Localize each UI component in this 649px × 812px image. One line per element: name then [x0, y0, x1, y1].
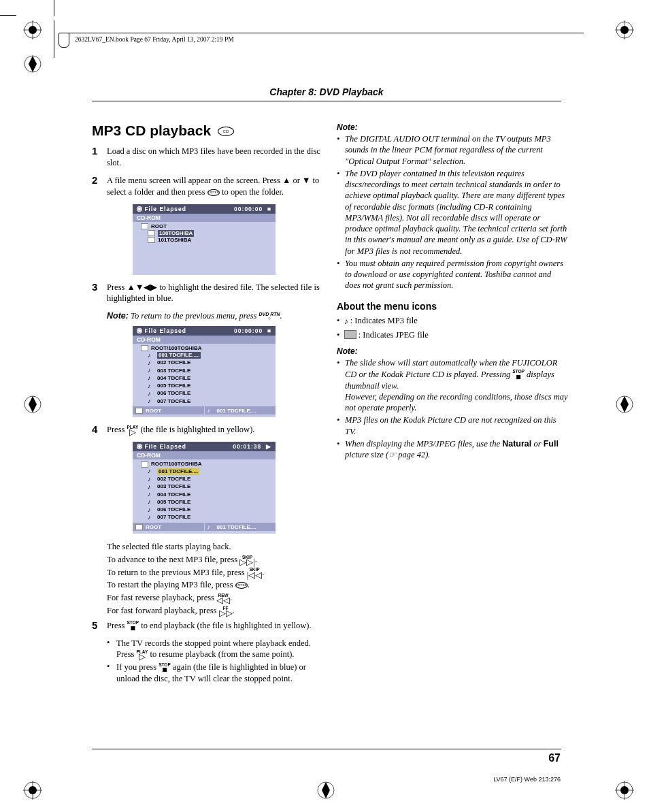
disc-icon [137, 206, 142, 212]
reg-mark-icon [23, 781, 42, 800]
note-icon: ♪ [148, 468, 154, 475]
note: Note: To return to the previous menu, pr… [107, 310, 323, 321]
note-bullet: •You must obtain any required permission… [337, 258, 568, 291]
stop-button-icon: STOP■ [512, 370, 525, 380]
step-body: Press ▲▼◀▶ to highlight the desired file… [107, 282, 323, 307]
sub-bullet: • The TV records the stopped point where… [107, 638, 323, 661]
step-number: 1 [92, 146, 107, 171]
osd-screenshot: File Elapsed00:01:38 ▶ CD-ROM ROOT/100TO… [133, 442, 276, 534]
note-icon: ♪ [148, 483, 154, 491]
note-icon: ♪ [148, 383, 154, 390]
section-heading: MP3 CD playback CD [92, 123, 323, 139]
osd-cdrom-label: CD-ROM [133, 336, 276, 344]
note-bullet: •MP3 files on the Kodak Picture CD are n… [337, 415, 568, 437]
note-icon: ♪ [148, 498, 154, 506]
note-icon: ♪ [148, 352, 154, 359]
crop-mark [0, 15, 16, 16]
note-icon: ♪ [148, 476, 154, 483]
crop-mark [54, 0, 54, 16]
folder-icon [141, 345, 148, 351]
chapter-rule [92, 101, 561, 101]
reg-mark-icon [615, 20, 634, 39]
play-button-icon: PLAY▷ [137, 650, 148, 660]
book-icon [59, 33, 69, 48]
skip-back-button-icon: SKIP|◁◁ [247, 568, 263, 578]
step-body: A file menu screen will appear on the sc… [107, 175, 323, 200]
reg-mark-icon [615, 395, 634, 414]
rew-button-icon: REW◁◁ [216, 594, 230, 604]
stop-button-icon: STOP■ [159, 663, 171, 673]
note-bullet: •When displaying the MP3/JPEG files, use… [337, 438, 568, 461]
folder-icon [141, 461, 148, 468]
note-bullet: •The DIGITAL AUDIO OUT terminal on the T… [337, 133, 568, 167]
folder-icon [141, 223, 148, 229]
reg-mark-icon [23, 54, 42, 74]
step-number: 2 [92, 175, 107, 200]
crop-mark [54, 20, 54, 58]
disc-icon [137, 444, 142, 449]
note-icon: ♪ [148, 390, 154, 397]
play-icon: ▶ [266, 443, 271, 450]
step-number: 5 [92, 620, 107, 634]
note-icon: ♪ [148, 397, 154, 405]
note-bullet: •The slide show will start automatically… [337, 357, 568, 413]
mp3-file-icon: ♪ [344, 315, 348, 327]
chapter-title: Chapter 8: DVD Playback [92, 86, 561, 97]
stop-icon: ■ [267, 327, 271, 334]
icon-legend: • : Indicates JPEG file [337, 329, 568, 342]
folder-icon [135, 524, 143, 530]
note-icon: ♪ [148, 367, 154, 374]
footer-rule [92, 749, 561, 749]
page-info: 2632LV67_EN.book Page 67 Friday, April 1… [75, 36, 234, 43]
note-bullet: •The DVD player contained in this televi… [337, 168, 568, 257]
jpeg-file-icon [344, 330, 356, 339]
subsection-heading: About the menu icons [337, 301, 568, 312]
step-number: 3 [92, 282, 107, 307]
sub-bullet: • If you press STOP■ again (the file is … [107, 662, 323, 685]
folder-icon [135, 408, 143, 414]
enter-button-icon: ENTER [235, 582, 248, 589]
note-icon: ♪ [148, 514, 154, 521]
icon-legend: • ♪ : Indicates MP3 file [337, 314, 568, 327]
header-rule [67, 33, 584, 33]
note-heading: Note: [337, 123, 568, 132]
osd-cdrom-label: CD-ROM [133, 214, 276, 222]
osd-screenshot: File Elapsed00:00:00 ■ CD-ROM ROOT/100TO… [133, 326, 276, 418]
folder-icon [148, 237, 155, 243]
play-button-icon: PLAY▷ [127, 425, 139, 436]
reg-mark-icon [615, 781, 634, 800]
step-number: 4 [92, 424, 107, 438]
note-heading: Note: [337, 346, 568, 356]
enter-button-icon: ENTER [207, 189, 220, 196]
section-heading-text: MP3 CD playback [92, 123, 211, 138]
osd-cdrom-label: CD-ROM [133, 451, 276, 459]
cd-badge-icon: CD [218, 127, 234, 136]
note-icon: ♪ [148, 374, 154, 382]
stop-icon: ■ [267, 206, 271, 212]
step-body: Load a disc on which MP3 files have been… [107, 146, 323, 171]
reg-mark-icon [316, 781, 335, 800]
step-body: Press PLAY▷ (the file is highlighted in … [107, 424, 323, 438]
playback-instructions: The selected file starts playing back. T… [107, 540, 323, 617]
page-number: 67 [548, 752, 561, 764]
note-icon: ♪ [148, 491, 154, 498]
note-icon: ♪ [207, 523, 214, 530]
disc-icon [137, 328, 142, 334]
ff-button-icon: FF▷▷ [219, 606, 233, 617]
reg-mark-icon [23, 395, 42, 414]
note-icon: ♪ [148, 359, 154, 367]
step-body: Press STOP■ to end playback (the file is… [107, 620, 323, 634]
footer-code: LV67 (E/F) Web 213:276 [493, 776, 561, 783]
dvd-rtn-button-icon: DVD RTN○ [259, 312, 280, 321]
note-icon: ♪ [148, 506, 154, 514]
reg-mark-icon [23, 20, 42, 39]
osd-screenshot: File Elapsed00:00:00 ■ CD-ROM ROOT 100TO… [133, 204, 276, 275]
note-icon: ♪ [207, 407, 214, 414]
folder-icon [148, 230, 155, 236]
skip-fwd-button-icon: SKIP▷▷| [239, 555, 255, 566]
stop-button-icon: STOP■ [127, 621, 139, 631]
